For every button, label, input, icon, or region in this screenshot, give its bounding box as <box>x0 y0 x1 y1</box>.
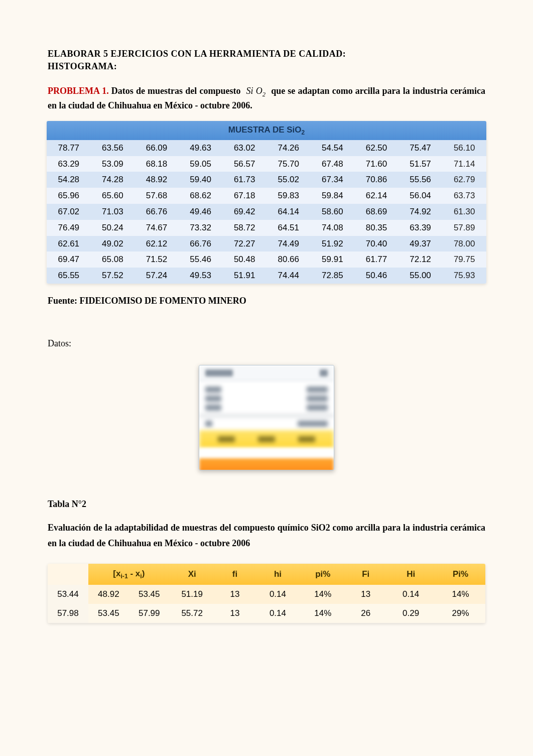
data-cell: 13 <box>215 604 255 623</box>
data-cell: 29% <box>436 604 485 623</box>
data-cell: 75.47 <box>398 140 443 156</box>
data-cell: 49.02 <box>91 236 135 252</box>
data-cell: 69.42 <box>222 204 266 220</box>
data-cell: 71.60 <box>354 156 398 172</box>
data-cell: 62.79 <box>442 172 486 188</box>
data-cell: 62.50 <box>354 140 398 156</box>
data-cell: 51.92 <box>311 236 355 252</box>
source-line: Fuente: FIDEICOMISO DE FOMENTO MINERO <box>48 295 485 307</box>
data-cell: 65.96 <box>47 188 91 204</box>
data-cell: 70.86 <box>354 172 398 188</box>
data-cell: 72.85 <box>311 268 355 284</box>
problem-formula: Si O2 <box>243 86 269 96</box>
data-cell: 59.84 <box>311 188 355 204</box>
title-line-2: HISTOGRAMA: <box>48 61 117 71</box>
data-cell: 57.98 <box>48 604 88 623</box>
data-cell: 54.54 <box>311 140 355 156</box>
blurred-summary-table <box>199 365 334 470</box>
data-cell: 63.02 <box>222 140 266 156</box>
data-cell: 64.14 <box>266 204 311 220</box>
data-cell: 78.00 <box>442 236 486 252</box>
problem-label: PROBLEMA 1. <box>48 86 109 96</box>
data-cell: 80.35 <box>354 220 398 236</box>
title-line-1: ELABORAR 5 EJERCICIOS CON LA HERRAMIENTA… <box>48 49 346 59</box>
data-cell: 65.08 <box>91 251 135 268</box>
data-cell: 66.76 <box>135 204 179 220</box>
data-cell: 56.04 <box>398 188 443 204</box>
data-cell: 74.28 <box>91 172 135 188</box>
data-cell: 68.62 <box>179 188 223 204</box>
data-cell: 0.14 <box>255 585 301 604</box>
data-cell: 61.73 <box>222 172 266 188</box>
data-cell: 55.56 <box>398 172 443 188</box>
data-cell: 53.44 <box>48 585 88 604</box>
data-cell: 80.66 <box>266 251 311 268</box>
data-cell: 76.49 <box>47 220 91 236</box>
data-cell: 74.26 <box>266 140 311 156</box>
t2-int-l: [x <box>113 569 120 578</box>
data-cell: 50.48 <box>222 251 266 268</box>
data-cell: 61.30 <box>442 204 486 220</box>
data-cell: 67.02 <box>47 204 91 220</box>
data-cell: 65.60 <box>91 188 135 204</box>
data-cell: 79.75 <box>442 251 486 268</box>
data-cell: 0.14 <box>386 585 436 604</box>
data-cell: 62.14 <box>354 188 398 204</box>
datos-label: Datos: <box>48 337 485 350</box>
data-cell: 62.12 <box>135 236 179 252</box>
data-cell: 57.24 <box>135 268 179 284</box>
data-cell: 0.14 <box>255 604 301 623</box>
table-row: 65.9665.6057.6868.6267.1859.8359.8462.14… <box>47 188 486 204</box>
data-cell: 62.61 <box>47 236 91 252</box>
document-title: ELABORAR 5 EJERCICIOS CON LA HERRAMIENTA… <box>48 48 485 73</box>
data-cell: 71.03 <box>91 204 135 220</box>
t2-Hi-header: Hi <box>386 564 436 585</box>
data-cell: 49.63 <box>179 140 223 156</box>
table-row: 76.4950.2474.6773.3258.7264.5174.0880.35… <box>47 220 486 236</box>
data-cell: 57.68 <box>135 188 179 204</box>
data-cell: 54.28 <box>47 172 91 188</box>
data-cell: 53.45 <box>88 604 129 623</box>
t2-Fi-header: Fi <box>345 564 386 585</box>
data-cell: 55.02 <box>266 172 311 188</box>
table-row: 65.5557.5257.2449.5351.9174.4472.8550.46… <box>47 268 486 284</box>
t2-fi-header: fi <box>215 564 255 585</box>
table-row: 63.2953.0968.1859.0556.5775.7067.4871.60… <box>47 156 486 172</box>
data-cell: 72.27 <box>222 236 266 252</box>
t2-int-lsub: i-1 <box>120 573 127 580</box>
data-cell: 63.56 <box>91 140 135 156</box>
data-cell: 74.44 <box>266 268 311 284</box>
data-cell: 51.91 <box>222 268 266 284</box>
data-cell: 74.08 <box>311 220 355 236</box>
data-cell: 59.91 <box>311 251 355 268</box>
data-cell: 57.99 <box>129 604 170 623</box>
data-cell: 71.52 <box>135 251 179 268</box>
data-cell: 68.18 <box>135 156 179 172</box>
data-cell: 53.45 <box>129 585 170 604</box>
table2-container: [xi-1 - xi) Xi fi hi pi% Fi Hi Pi% 53.44… <box>48 564 485 623</box>
t2-Pi-header: Pi% <box>436 564 485 585</box>
data-cell: 59.40 <box>179 172 223 188</box>
table-row: 78.7763.5666.0949.6363.0274.2654.5462.50… <box>47 140 486 156</box>
tabla-n2-label: Tabla N°2 <box>48 498 485 511</box>
muestra-table: MUESTRA DE SiO2 78.7763.5666.0949.6363.0… <box>47 121 486 284</box>
data-cell: 0.29 <box>386 604 436 623</box>
data-cell: 75.70 <box>266 156 311 172</box>
data-cell: 49.53 <box>179 268 223 284</box>
t2-xi-header: Xi <box>170 564 215 585</box>
data-cell: 63.39 <box>398 220 443 236</box>
t2-hi-header: hi <box>255 564 301 585</box>
t2-int-mid: - x <box>128 569 141 578</box>
data-cell: 56.10 <box>442 140 486 156</box>
table1-title-sub: 2 <box>302 129 305 136</box>
data-cell: 49.37 <box>398 236 443 252</box>
data-cell: 49.46 <box>179 204 223 220</box>
data-cell: 72.12 <box>398 251 443 268</box>
t2-int-r: ) <box>142 569 145 578</box>
data-cell: 74.92 <box>398 204 443 220</box>
data-cell: 74.67 <box>135 220 179 236</box>
data-cell: 55.46 <box>179 251 223 268</box>
data-cell: 61.77 <box>354 251 398 268</box>
data-cell: 63.73 <box>442 188 486 204</box>
table1-container: MUESTRA DE SiO2 78.7763.5666.0949.6363.0… <box>47 121 486 284</box>
